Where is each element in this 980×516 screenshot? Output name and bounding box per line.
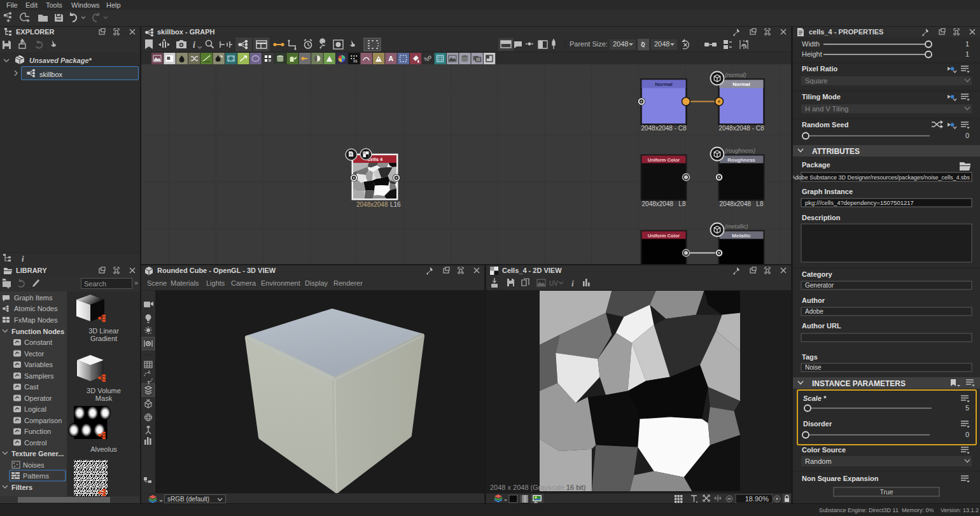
svg-text:Logical: Logical [24,405,46,413]
svg-text:2048x2048 L8: 2048x2048 L8 [642,200,686,207]
svg-text:Scale *: Scale * [803,394,827,402]
svg-text:3D Volume: 3D Volume [87,387,121,394]
svg-text:Package: Package [802,161,830,169]
svg-text:Author URL: Author URL [802,322,841,330]
svg-text:Non Square Expansion: Non Square Expansion [802,475,879,482]
svg-text:Adobe: Adobe [805,308,823,315]
svg-text:Uniform Color: Uniform Color [648,233,680,239]
svg-text:3D Linear: 3D Linear [88,327,119,335]
svg-text:Pixel Ratio: Pixel Ratio [802,65,838,73]
svg-text:Cast: Cast [24,383,39,391]
svg-text:Samplers: Samplers [24,372,54,380]
svg-text:Noises: Noises [23,461,45,469]
svg-text:(metallic): (metallic) [725,223,748,230]
svg-text:Patterns: Patterns [23,472,49,480]
svg-text:Mask: Mask [95,394,113,402]
svg-text:H and V Tiling: H and V Tiling [805,105,848,113]
svg-text:Comparison: Comparison [24,417,62,424]
svg-text:(normal): (normal) [725,72,746,78]
svg-text:Normal: Normal [732,81,750,87]
svg-text:5: 5 [965,404,969,412]
svg-text:Adobe Substance 3D Designer/re: Adobe Substance 3D Designer/resources/pa… [793,174,970,181]
svg-text:Width: Width [802,40,820,48]
svg-text:Random Seed: Random Seed [802,121,848,129]
svg-text:(roughness): (roughness) [725,148,755,154]
svg-text:2048x2048 - C8: 2048x2048 - C8 [641,125,687,132]
svg-text:Graph Items: Graph Items [14,294,53,302]
svg-text:L16: L16 [390,201,401,208]
svg-text:Square: Square [805,77,827,85]
svg-text:Control: Control [24,439,46,447]
svg-text:A: A [388,55,393,62]
svg-text:Alveolus: Alveolus [90,445,117,453]
svg-text:1: 1 [965,50,969,58]
svg-text:Uniform Color: Uniform Color [648,157,680,163]
svg-text:ATTRIBUTES: ATTRIBUTES [812,147,860,156]
svg-text:2048x2048 - C8: 2048x2048 - C8 [718,125,764,132]
svg-text:18.90%: 18.90% [745,495,769,503]
svg-text:Filters: Filters [11,484,32,491]
svg-text:FxMap Nodes: FxMap Nodes [14,316,58,324]
svg-text:Color Source: Color Source [802,446,846,454]
svg-text:2048x2048 L8: 2048x2048 L8 [720,200,764,207]
svg-text:Function Nodes: Function Nodes [11,328,64,335]
svg-text:i: i [193,40,195,50]
svg-text:1: 1 [965,40,969,48]
svg-text:Metallic: Metallic [732,233,751,239]
svg-text:2048x2048: 2048x2048 [356,201,388,208]
svg-text:INSTANCE PARAMETERS: INSTANCE PARAMETERS [812,379,906,388]
svg-text:01: 01 [353,59,358,63]
svg-text:2048: 2048 [613,40,628,48]
svg-text:True: True [879,488,893,496]
svg-text:Category: Category [802,270,833,278]
svg-text:Description: Description [802,214,841,221]
svg-text:Function: Function [24,428,51,435]
svg-text:Vector: Vector [24,350,45,358]
svg-text:Generator: Generator [805,282,834,289]
svg-text:Author: Author [802,296,825,304]
svg-text:Gradient: Gradient [90,335,117,342]
svg-text:Graph Instance: Graph Instance [802,188,853,195]
svg-text:2048: 2048 [654,40,669,48]
svg-text:Height: Height [802,50,822,58]
svg-text:Normal: Normal [655,81,673,87]
svg-text:Roughness: Roughness [727,157,755,163]
svg-text:Tags: Tags [802,353,818,361]
svg-text:pkg:///cells_4?dependency=1507: pkg:///cells_4?dependency=1507501217 [805,199,914,206]
svg-text:i: i [571,279,574,288]
svg-text:i: i [22,254,24,263]
svg-text:0: 0 [965,132,969,139]
svg-text:Operator: Operator [24,394,52,402]
svg-text:0: 0 [965,431,969,438]
svg-text:Texture Gener...: Texture Gener... [11,450,64,457]
svg-text:Random: Random [805,457,832,465]
svg-text:Atomic Nodes: Atomic Nodes [14,305,58,312]
svg-text:Noise: Noise [805,364,822,371]
svg-text:Tiling Mode: Tiling Mode [802,93,841,101]
svg-text:Constant: Constant [24,338,52,346]
svg-text:UV: UV [549,280,558,287]
svg-text:Parent Size:: Parent Size: [570,40,608,48]
svg-text:Disorder: Disorder [803,420,832,428]
svg-text:Variables: Variables [24,361,53,368]
